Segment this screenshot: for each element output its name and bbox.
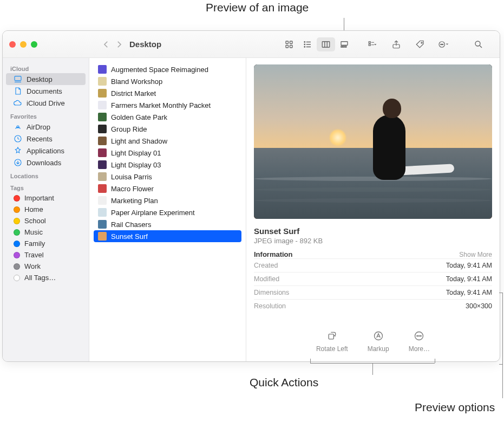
- sidebar-item-applications[interactable]: Applications: [6, 145, 86, 157]
- tag-dot-icon: [14, 241, 20, 247]
- svg-rect-1: [290, 41, 293, 44]
- file-item-label: Paper Airplane Experiment: [111, 209, 195, 217]
- file-item-label: Light and Shadow: [111, 137, 167, 145]
- file-item[interactable]: Light and Shadow: [94, 135, 241, 147]
- sidebar-item-label: School: [24, 217, 46, 225]
- sidebar-item-label: Recents: [27, 135, 53, 143]
- sidebar-item-travel[interactable]: Travel: [6, 249, 86, 261]
- preview-subtitle: JPEG image - 892 KB: [254, 237, 492, 245]
- more-actions-button[interactable]: [436, 38, 452, 51]
- close-window-button[interactable]: [9, 41, 16, 48]
- file-item-label: Farmers Market Monthly Packet: [111, 101, 211, 109]
- sidebar-item-airdrop[interactable]: AirDrop: [6, 121, 86, 133]
- minimize-window-button[interactable]: [20, 41, 27, 48]
- tag-dot-icon: [14, 252, 20, 258]
- back-button[interactable]: [101, 40, 111, 49]
- airdrop-icon: [14, 122, 22, 131]
- file-item[interactable]: Paper Airplane Experiment: [94, 206, 241, 218]
- sidebar-item-school[interactable]: School: [6, 215, 86, 226]
- forward-button[interactable]: [114, 40, 124, 49]
- file-item[interactable]: Golden Gate Park: [94, 111, 241, 123]
- file-item[interactable]: Group Ride: [94, 123, 241, 135]
- show-more-button[interactable]: Show More: [459, 251, 492, 258]
- share-button[interactable]: [388, 38, 404, 51]
- group-by-button[interactable]: [364, 38, 381, 51]
- sidebar-item-label: Desktop: [27, 75, 53, 83]
- file-item[interactable]: District Market: [94, 87, 241, 99]
- information-heading: Information: [254, 250, 293, 258]
- svg-point-26: [443, 44, 443, 44]
- tag-dot-icon: [14, 206, 20, 213]
- file-item[interactable]: Light Display 01: [94, 147, 241, 159]
- sidebar-item-downloads[interactable]: Downloads: [6, 157, 86, 168]
- file-item-label: Light Display 01: [111, 149, 161, 157]
- file-thumbnail-icon: [98, 137, 107, 145]
- svg-line-28: [480, 46, 482, 48]
- info-value: 300×300: [466, 302, 492, 310]
- file-item[interactable]: Marketing Plan: [94, 194, 241, 206]
- sidebar-item-documents[interactable]: Documents: [6, 85, 86, 97]
- sidebar-item-family[interactable]: Family: [6, 238, 86, 249]
- tag-dot-icon: [14, 263, 20, 270]
- svg-point-40: [419, 335, 420, 336]
- quick-action-more[interactable]: More…: [409, 329, 430, 353]
- gallery-view-button[interactable]: [335, 37, 354, 51]
- callout-preview-options: Preview options: [415, 401, 495, 414]
- info-key: Modified: [254, 275, 279, 283]
- sidebar-item-work[interactable]: Work: [6, 261, 86, 272]
- file-item-label: Group Ride: [111, 125, 147, 133]
- file-item[interactable]: Rail Chasers: [94, 218, 241, 230]
- file-item-label: Marketing Plan: [111, 197, 158, 205]
- svg-rect-0: [286, 41, 289, 44]
- file-item[interactable]: Light Display 03: [94, 159, 241, 171]
- info-key: Resolution: [254, 302, 286, 310]
- sidebar-item-label: Travel: [24, 251, 44, 259]
- sidebar-item-label: All Tags…: [24, 274, 56, 282]
- file-item-label: Louisa Parris: [111, 173, 152, 181]
- sidebar-item-recents[interactable]: Recents: [6, 133, 86, 145]
- file-item[interactable]: Bland Workshop: [94, 75, 241, 87]
- info-value: Today, 9:41 AM: [446, 275, 492, 283]
- svg-point-24: [441, 44, 441, 44]
- file-thumbnail-icon: [98, 89, 107, 98]
- svg-point-22: [421, 42, 422, 43]
- sidebar-item-all-tags-[interactable]: All Tags…: [6, 272, 86, 283]
- search-button[interactable]: [470, 38, 487, 51]
- info-row: CreatedToday, 9:41 AM: [254, 258, 492, 272]
- sidebar-item-home[interactable]: Home: [6, 204, 86, 215]
- info-key: Created: [254, 262, 278, 269]
- file-item[interactable]: Louisa Parris: [94, 171, 241, 183]
- file-item[interactable]: Macro Flower: [94, 183, 241, 194]
- sidebar-item-important[interactable]: Important: [6, 192, 86, 204]
- tags-button[interactable]: [412, 38, 428, 51]
- sidebar-item-label: Downloads: [27, 159, 61, 167]
- quick-action-rotate[interactable]: Rotate Left: [316, 329, 348, 353]
- svg-rect-14: [341, 46, 342, 47]
- file-thumbnail-icon: [98, 125, 107, 133]
- callout-line: [499, 293, 503, 293]
- sidebar-item-icloud-drive[interactable]: iCloud Drive: [6, 97, 86, 109]
- sidebar-item-music[interactable]: Music: [6, 226, 86, 238]
- column-view-button[interactable]: [317, 37, 335, 51]
- quick-action-markup[interactable]: Markup: [368, 329, 389, 353]
- svg-rect-15: [343, 46, 344, 47]
- sidebar-item-desktop[interactable]: Desktop: [6, 73, 86, 85]
- svg-rect-3: [290, 45, 293, 48]
- file-thumbnail-icon: [98, 208, 107, 217]
- file-item[interactable]: Sunset Surf: [94, 230, 241, 242]
- list-view-button[interactable]: [298, 37, 317, 51]
- maximize-window-button[interactable]: [31, 41, 37, 48]
- svg-point-4: [304, 41, 305, 42]
- apps-icon: [14, 146, 22, 155]
- icon-view-button[interactable]: [280, 37, 298, 51]
- file-thumbnail-icon: [98, 220, 107, 229]
- callout-preview-image: Preview of an image: [206, 1, 309, 14]
- file-thumbnail-icon: [98, 113, 107, 121]
- svg-rect-2: [286, 45, 289, 48]
- preview-title: Sunset Surf: [254, 226, 492, 236]
- callout-line: [499, 364, 503, 365]
- file-item[interactable]: Farmers Market Monthly Packet: [94, 99, 241, 111]
- sidebar-item-label: Documents: [27, 87, 62, 95]
- file-item[interactable]: Augmented Space Reimagined: [94, 63, 241, 75]
- sidebar: iCloudDesktopDocumentsiCloud DriveFavori…: [3, 58, 89, 361]
